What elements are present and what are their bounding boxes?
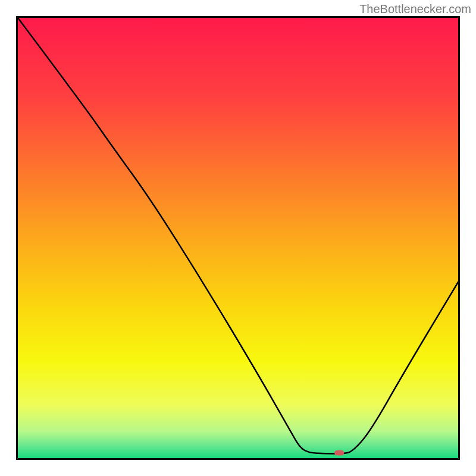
chart-svg xyxy=(18,18,458,458)
chart-marker xyxy=(334,450,344,456)
chart-frame xyxy=(16,16,460,460)
watermark-label: TheBottlenecker.com xyxy=(359,2,471,16)
